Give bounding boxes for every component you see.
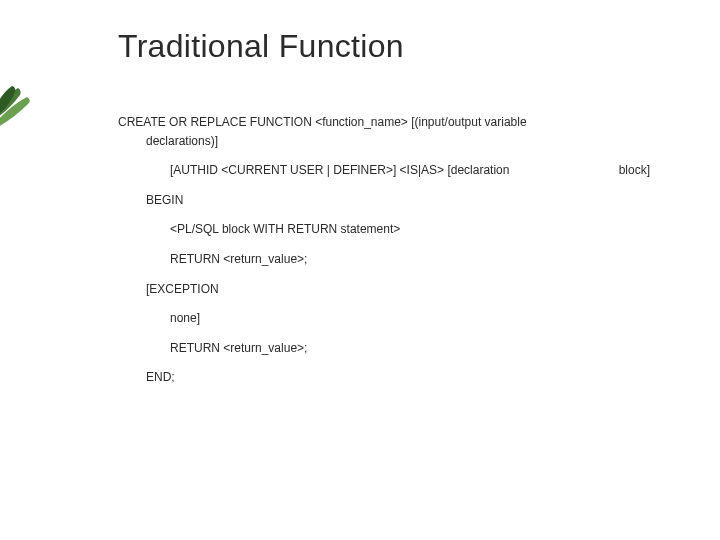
code-line: END; [146,368,660,387]
code-line: block] [619,161,650,180]
code-line: RETURN <return_value>; [170,250,660,269]
code-line: [EXCEPTION [146,280,660,299]
code-line: BEGIN [146,191,660,210]
code-line: [AUTHID <CURRENT USER | DEFINER>] <IS|AS… [170,161,509,180]
code-line: CREATE OR REPLACE FUNCTION <function_nam… [118,113,568,150]
code-block: CREATE OR REPLACE FUNCTION <function_nam… [118,113,660,387]
code-line: RETURN <return_value>; [170,339,660,358]
code-line: none] [170,309,660,328]
code-line: <PL/SQL block WITH RETURN statement> [170,220,660,239]
slide-title: Traditional Function [118,28,660,65]
